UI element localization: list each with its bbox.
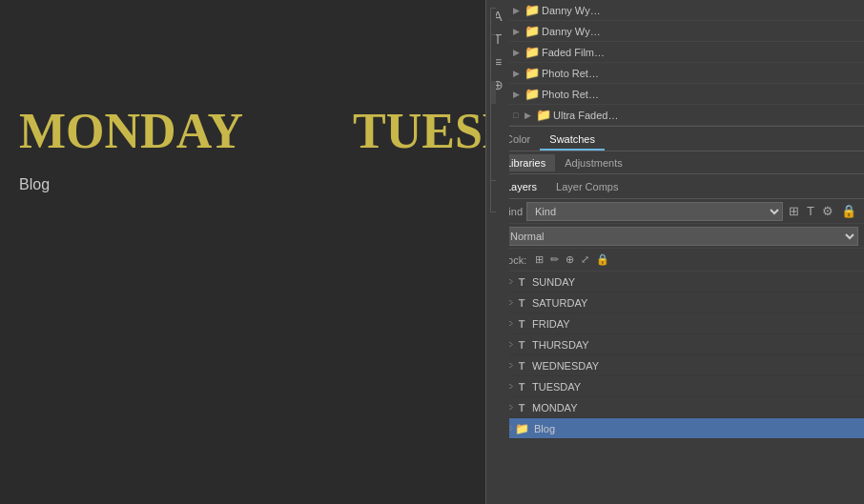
layer-row-tuesday[interactable]: 👁 T TUESDAY [496, 376, 864, 397]
folder-icon-4: 📁 [525, 66, 542, 80]
dropdown-footer: ↩ ✓ ⊞ 🗑 [491, 180, 496, 212]
layer-comps-tab[interactable]: Layer Comps [546, 177, 627, 196]
kind-select[interactable]: Kind [526, 202, 783, 221]
expand-icon-1: ▶ [513, 6, 525, 15]
expand-icon-2: ▶ [513, 27, 525, 36]
top-layer-list: ✓ ▶ 📁 Danny Wy… ✓ ▶ 📁 Danny Wy… ✓ ▶ 📁 Fa… [496, 0, 864, 127]
layer-row-wednesday[interactable]: 👁 T WEDNESDAY [496, 355, 864, 376]
text-item[interactable]: Text [491, 81, 496, 104]
top-layer-name-1: Danny Wy… [542, 5, 860, 16]
character-styles-panel: Paragr Character Styles ≫ ≡ None Typewri… [490, 8, 496, 212]
layer-row-friday[interactable]: 👁 T FRIDAY [496, 313, 864, 334]
layer-name-friday: FRIDAY [528, 318, 860, 330]
type-icon-wednesday: T [515, 360, 528, 372]
layer-row-blog[interactable]: 👁 📁 Blog [496, 418, 864, 439]
top-layer-row-5[interactable]: ✓ ▶ 📁 Photo Ret… [496, 84, 864, 105]
left-toolbar: A T ≡ ⊕ [485, 0, 509, 504]
libraries-adjustments-tabs: Libraries Adjustments [496, 151, 864, 174]
type-icon-monday: T [515, 402, 528, 413]
type-filter-btn[interactable]: T [805, 204, 816, 218]
right-panel: ✓ ▶ 📁 Danny Wy… ✓ ▶ 📁 Danny Wy… ✓ ▶ 📁 Fa… [496, 0, 864, 504]
layer-name-blog: Blog [530, 423, 860, 434]
smart-filter-btn[interactable]: ⚙ [820, 204, 835, 218]
dropdown-items: None Typewriter Text [491, 35, 496, 104]
folder-icon-3: 📁 [525, 45, 542, 59]
top-layer-row-1[interactable]: ✓ ▶ 📁 Danny Wy… [496, 0, 864, 21]
layers-layercomps-tabs: Layers Layer Comps [496, 174, 864, 199]
layer-name-sunday: SUNDAY [528, 276, 860, 288]
type-icon-saturday: T [515, 297, 528, 309]
monday-text: MONDAY [19, 103, 243, 159]
type-icon-friday: T [515, 318, 528, 330]
layer-name-monday: MONDAY [528, 402, 860, 413]
layer-row-thursday[interactable]: 👁 T THURSDAY [496, 334, 864, 355]
expand-icon-6: ▶ [525, 111, 536, 120]
top-layer-row-6[interactable]: ✓ □ ▶ 📁 Ultra Faded… [496, 105, 864, 126]
top-layer-name-2: Danny Wy… [542, 26, 860, 37]
folder-icon-2: 📁 [525, 24, 542, 38]
swatches-tab[interactable]: Swatches [540, 130, 605, 151]
adjustments-tab[interactable]: Adjustments [555, 154, 632, 171]
canvas-area: MONDAY TUESD Blog Paragr Character Style… [0, 0, 496, 504]
expand-icon-3: ▶ [513, 48, 525, 57]
normal-row: Normal [496, 224, 864, 249]
type-icon-tuesday: T [515, 381, 528, 393]
canvas-content: MONDAY TUESD Blog Paragr Character Style… [0, 0, 496, 504]
layer-name-wednesday: WEDNESDAY [528, 360, 860, 372]
typewriter-item[interactable]: Typewriter [491, 58, 496, 81]
layer-row-monday[interactable]: 👁 T MONDAY [496, 397, 864, 418]
square-icon-6: □ [513, 111, 525, 120]
blend-mode-select[interactable]: Normal [502, 227, 858, 246]
expand-icon-5: ▶ [513, 90, 525, 99]
layer-row-sunday[interactable]: 👁 T SUNDAY [496, 272, 864, 292]
layers-scroll: 👁 T SUNDAY 👁 T SATURDAY 👁 T FRIDAY 👁 T T… [496, 272, 864, 504]
color-swatches-tabs: Color Swatches [496, 127, 864, 151]
top-layer-name-6: Ultra Faded… [553, 110, 860, 121]
kind-row: Kind Kind ⊞ T ⚙ 🔒 [496, 199, 864, 224]
type-icon-sunday: T [515, 276, 528, 288]
top-layer-row-2[interactable]: ✓ ▶ 📁 Danny Wy… [496, 21, 864, 42]
dropdown-header: Paragr Character Styles ≫ ≡ [491, 9, 496, 35]
layer-name-saturday: SATURDAY [528, 297, 860, 309]
lock-pixels-btn[interactable]: ⊞ [533, 253, 545, 266]
folder-icon-blog: 📁 [515, 422, 530, 435]
layer-row-saturday[interactable]: 👁 T SATURDAY [496, 292, 864, 313]
lock-paint-btn[interactable]: ✏ [548, 253, 561, 266]
top-layer-row-4[interactable]: ✓ ▶ 📁 Photo Ret… [496, 63, 864, 84]
lock-filter-btn[interactable]: 🔒 [839, 204, 858, 218]
blog-canvas-text: Blog [19, 176, 50, 193]
folder-icon-5: 📁 [525, 87, 542, 101]
none-item[interactable]: None [491, 35, 496, 58]
lock-position-btn[interactable]: ⤢ [579, 253, 591, 266]
lock-transform-btn[interactable]: ⊕ [564, 253, 576, 266]
layer-name-thursday: THURSDAY [528, 339, 860, 351]
expand-icon-4: ▶ [513, 69, 525, 78]
layer-name-tuesday: TUESDAY [528, 381, 860, 393]
folder-icon-1: 📁 [525, 3, 542, 17]
tuesday-text: TUESD [353, 103, 496, 159]
folder-icon-6: 📁 [536, 108, 553, 122]
top-layer-name-4: Photo Ret… [542, 68, 860, 79]
top-layer-row-3[interactable]: ✓ ▶ 📁 Faded Film… [496, 42, 864, 63]
lock-row: Lock: ⊞ ✏ ⊕ ⤢ 🔒 [496, 249, 864, 272]
top-layer-name-5: Photo Ret… [542, 89, 860, 100]
pixel-filter-btn[interactable]: ⊞ [787, 204, 801, 218]
lock-all-btn[interactable]: 🔒 [594, 253, 611, 266]
type-icon-thursday: T [515, 339, 528, 351]
top-layer-name-3: Faded Film… [542, 47, 860, 58]
